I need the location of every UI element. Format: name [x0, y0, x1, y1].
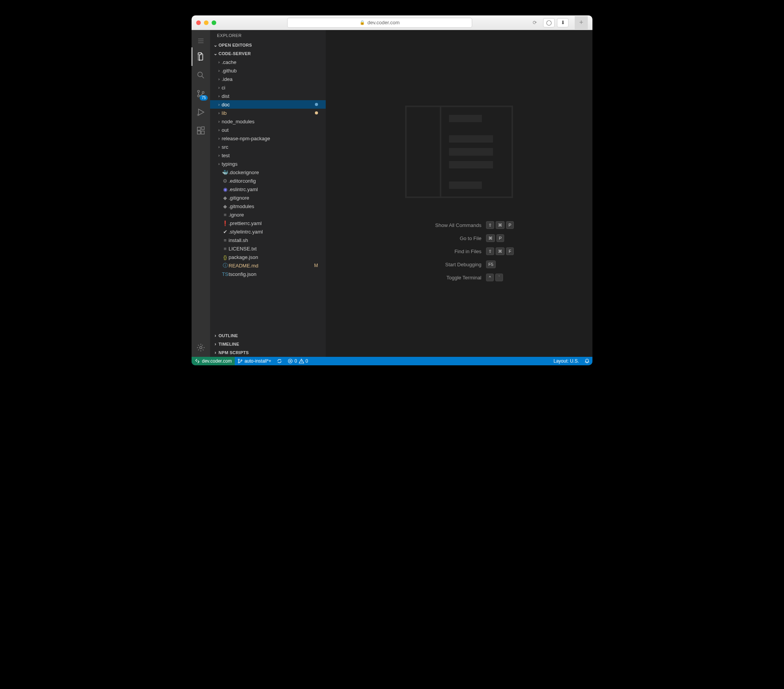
layout-status[interactable]: Layout: U.S. [551, 357, 582, 365]
extensions-activity[interactable] [192, 121, 210, 140]
svg-rect-7 [201, 131, 204, 134]
chevron-right-icon: › [216, 111, 222, 115]
status-bar: dev.coder.com auto-install*+ 0 0 Layout:… [192, 357, 592, 365]
toolbar-right: ◯ ⬇ [543, 18, 569, 27]
modified-tag: M [314, 263, 318, 268]
file--gitignore[interactable]: ◆.gitignore [210, 193, 326, 202]
folder--github[interactable]: ›.github [210, 66, 326, 75]
chevron-right-icon: › [216, 68, 222, 73]
notifications-button[interactable] [582, 357, 592, 365]
chevron-right-icon: › [212, 333, 219, 338]
chevron-right-icon: › [212, 341, 219, 347]
folder-doc[interactable]: ›doc [210, 100, 326, 109]
file--gitmodules[interactable]: ◆.gitmodules [210, 202, 326, 210]
file-icon: ⓘ [222, 262, 229, 269]
folder-typings[interactable]: ›typings [210, 160, 326, 168]
file-install-sh[interactable]: ≡install.sh [210, 236, 326, 244]
branch-status[interactable]: auto-install*+ [235, 357, 274, 365]
chevron-right-icon: › [216, 119, 222, 124]
chevron-right-icon: › [216, 94, 222, 98]
source-control-activity[interactable]: 75 [192, 84, 210, 103]
chevron-right-icon: › [216, 161, 222, 166]
folder-release-npm-package[interactable]: ›release-npm-package [210, 134, 326, 143]
app-body: 75 Explorer ⌄ Open Editors ⌄ code-server [192, 30, 592, 357]
folder-out[interactable]: ›out [210, 126, 326, 134]
modified-dot [315, 103, 318, 106]
sync-status[interactable] [274, 357, 285, 365]
key: F5 [486, 260, 496, 268]
shortcut-show-all-commands: Show All Commands⇧⌘P [404, 221, 514, 229]
shortcut-go-to-file: Go to File⌘P [404, 234, 514, 242]
address-bar[interactable]: 🔒 dev.coder.com ⟳ [287, 18, 472, 28]
npm-scripts-section[interactable]: › NPM Scripts [210, 348, 326, 357]
svg-point-9 [200, 346, 202, 349]
explorer-activity[interactable] [192, 47, 210, 66]
key: ` [495, 274, 503, 281]
file--ignore[interactable]: ≡.ignore [210, 210, 326, 219]
chevron-right-icon: › [216, 153, 222, 158]
chevron-right-icon: › [216, 136, 222, 141]
file-icon: ◉ [222, 187, 229, 192]
chevron-down-icon: ⌄ [212, 51, 219, 56]
open-editors-section[interactable]: ⌄ Open Editors [210, 41, 326, 49]
remote-icon [195, 358, 200, 364]
folder-dist[interactable]: ›dist [210, 92, 326, 100]
key: ⌘ [486, 234, 495, 242]
file--eslintrc-yaml[interactable]: ◉.eslintrc.yaml [210, 185, 326, 193]
file--stylelintrc-yaml[interactable]: ✔.stylelintrc.yaml [210, 227, 326, 236]
maximize-window-button[interactable] [212, 20, 216, 25]
svg-point-3 [202, 92, 204, 94]
shortcut-toggle-terminal: Toggle Terminal^` [404, 274, 514, 281]
settings-activity[interactable] [192, 338, 210, 357]
problems-status[interactable]: 0 0 [285, 357, 311, 365]
chevron-right-icon: › [216, 128, 222, 132]
keyboard-shortcuts-help: Show All Commands⇧⌘PGo to File⌘PFind in … [404, 221, 514, 281]
file-icon: ≡ [222, 212, 229, 218]
shortcut-keys: ⇧⌘P [486, 221, 514, 229]
file--prettierrc-yaml[interactable]: ❗.prettierrc.yaml [210, 219, 326, 227]
chevron-right-icon: › [216, 77, 222, 81]
remote-status[interactable]: dev.coder.com [192, 357, 235, 365]
file-readme-md[interactable]: ⓘREADME.mdM [210, 261, 326, 270]
warning-icon [299, 358, 304, 364]
search-activity[interactable] [192, 66, 210, 84]
folder-lib[interactable]: ›lib [210, 109, 326, 117]
chevron-down-icon: ⌄ [212, 42, 219, 48]
folder-ci[interactable]: ›ci [210, 83, 326, 92]
new-tab-button[interactable]: + [575, 16, 588, 29]
file-tsconfig-json[interactable]: TStsconfig.json [210, 270, 326, 278]
traffic-lights [196, 20, 216, 25]
shortcut-start-debugging: Start DebuggingF5 [404, 260, 514, 268]
svg-rect-8 [202, 127, 204, 129]
folder-src[interactable]: ›src [210, 143, 326, 151]
url-text: dev.coder.com [367, 20, 400, 25]
file-package-json[interactable]: {}package.json [210, 253, 326, 261]
shortcut-find-in-files: Find in Files⇧⌘F [404, 247, 514, 255]
file--dockerignore[interactable]: 🐳.dockerignore [210, 168, 326, 176]
file-icon: TS [222, 271, 229, 277]
shortcut-label: Show All Commands [404, 222, 481, 228]
bell-icon [584, 358, 590, 364]
close-window-button[interactable] [196, 20, 201, 25]
file--editorconfig[interactable]: ⚙.editorconfig [210, 176, 326, 185]
folder-node-modules[interactable]: ›node_modules [210, 117, 326, 126]
git-branch-icon [237, 358, 243, 364]
key: ⇧ [486, 221, 494, 229]
empty-editor-watermark [405, 106, 513, 198]
minimize-window-button[interactable] [204, 20, 209, 25]
shortcut-label: Go to File [404, 235, 481, 241]
project-section[interactable]: ⌄ code-server [210, 49, 326, 58]
folder--idea[interactable]: ›.idea [210, 75, 326, 83]
hamburger-menu-button[interactable] [192, 34, 210, 47]
debug-activity[interactable] [192, 103, 210, 121]
sidebar-title: Explorer [210, 30, 326, 41]
folder-test[interactable]: ›test [210, 151, 326, 160]
reload-icon[interactable]: ⟳ [533, 20, 537, 25]
folder--cache[interactable]: ›.cache [210, 58, 326, 66]
privacy-button[interactable]: ◯ [543, 18, 555, 27]
shortcut-label: Find in Files [404, 249, 481, 254]
downloads-button[interactable]: ⬇ [557, 18, 569, 27]
outline-section[interactable]: › Outline [210, 331, 326, 340]
timeline-section[interactable]: › Timeline [210, 340, 326, 348]
file-license-txt[interactable]: ≡LICENSE.txt [210, 244, 326, 253]
